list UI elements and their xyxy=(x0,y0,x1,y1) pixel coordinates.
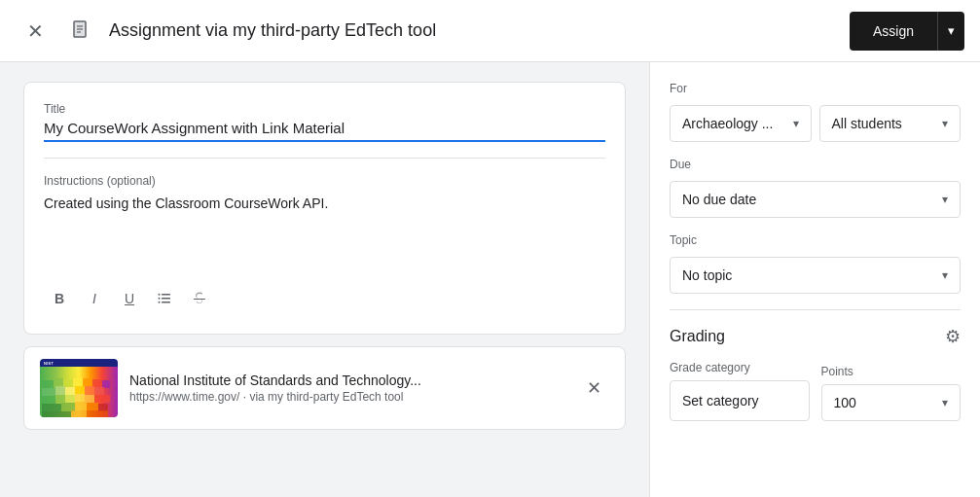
svg-rect-6 xyxy=(162,298,170,300)
close-button[interactable]: ✕ xyxy=(16,12,54,51)
svg-rect-34 xyxy=(75,402,87,410)
title-label: Title xyxy=(44,102,605,116)
svg-rect-19 xyxy=(102,380,110,388)
svg-rect-14 xyxy=(54,378,63,386)
topic-label: Topic xyxy=(670,233,961,247)
course-dropdown[interactable]: Archaeology ... ▾ xyxy=(670,105,812,142)
for-row: Archaeology ... ▾ All students ▾ xyxy=(670,105,961,142)
points-label: Points xyxy=(821,365,962,378)
svg-rect-30 xyxy=(85,395,94,403)
link-url: https://www.time.gov/ · via my third-par… xyxy=(129,390,566,404)
course-value: Archaeology ... xyxy=(682,116,773,131)
assign-dropdown-arrow-icon: ▾ xyxy=(948,23,955,38)
svg-rect-20 xyxy=(42,388,55,396)
svg-point-9 xyxy=(159,298,161,300)
link-info: National Institute of Standards and Tech… xyxy=(129,373,566,404)
svg-rect-23 xyxy=(75,386,85,394)
points-dropdown-arrow-icon: ▾ xyxy=(942,396,948,409)
due-label: Due xyxy=(670,158,961,171)
students-dropdown[interactable]: All students ▾ xyxy=(819,105,962,142)
due-date-dropdown[interactable]: No due date ▾ xyxy=(670,181,961,218)
link-attachment-card: NIST xyxy=(23,346,626,430)
grade-category-col: Grade category Set category xyxy=(670,361,810,421)
topic-value: No topic xyxy=(682,267,732,283)
points-value: 100 xyxy=(834,395,856,410)
for-label: For xyxy=(670,82,961,95)
due-date-dropdown-arrow-icon: ▾ xyxy=(942,193,948,206)
grading-header: Grading ⚙ xyxy=(670,326,961,347)
right-panel: For Archaeology ... ▾ All students ▾ Due… xyxy=(649,62,980,497)
main-content: Title Instructions (optional) Created us… xyxy=(0,62,980,497)
formatting-toolbar: B I U xyxy=(44,283,605,314)
svg-rect-26 xyxy=(42,396,55,404)
svg-rect-36 xyxy=(98,404,108,411)
svg-rect-21 xyxy=(55,386,65,395)
students-value: All students xyxy=(832,116,902,131)
settings-icon[interactable]: ⚙ xyxy=(945,326,961,347)
svg-rect-18 xyxy=(92,379,102,387)
grade-row: Grade category Set category Points 100 ▾ xyxy=(670,361,961,421)
svg-rect-17 xyxy=(83,378,92,386)
svg-rect-27 xyxy=(55,395,65,403)
svg-rect-39 xyxy=(87,410,108,417)
grading-title: Grading xyxy=(670,328,725,345)
svg-rect-38 xyxy=(71,410,87,417)
svg-rect-13 xyxy=(42,380,54,388)
svg-rect-16 xyxy=(73,378,83,386)
svg-rect-24 xyxy=(85,386,94,395)
svg-rect-7 xyxy=(162,302,170,303)
svg-rect-22 xyxy=(65,387,75,395)
grading-divider xyxy=(670,309,961,310)
svg-rect-33 xyxy=(61,403,75,411)
title-input[interactable] xyxy=(44,120,605,142)
grade-category-label: Grade category xyxy=(670,361,810,374)
link-title: National Institute of Standards and Tech… xyxy=(129,373,566,388)
instructions-label: Instructions (optional) xyxy=(44,174,605,188)
svg-rect-28 xyxy=(65,395,75,403)
assign-button[interactable]: Assign xyxy=(850,12,937,51)
link-thumbnail: NIST xyxy=(40,359,118,417)
topic-dropdown[interactable]: No topic ▾ xyxy=(670,257,961,294)
due-date-value: No due date xyxy=(682,192,756,207)
topbar: ✕ Assignment via my third-party EdTech t… xyxy=(0,0,980,62)
italic-button[interactable]: I xyxy=(79,283,110,314)
close-icon: ✕ xyxy=(27,19,44,43)
remove-link-button[interactable]: ✕ xyxy=(578,373,609,404)
svg-rect-31 xyxy=(94,395,110,403)
list-button[interactable] xyxy=(149,283,180,314)
assign-btn-group: Assign ▾ xyxy=(850,12,964,51)
doc-icon xyxy=(66,16,97,47)
set-category-button[interactable]: Set category xyxy=(670,380,810,421)
left-panel: Title Instructions (optional) Created us… xyxy=(0,62,649,497)
svg-rect-32 xyxy=(42,404,61,411)
assign-dropdown-button[interactable]: ▾ xyxy=(937,12,964,51)
svg-rect-37 xyxy=(42,411,71,417)
topic-dropdown-arrow-icon: ▾ xyxy=(942,268,948,282)
svg-rect-25 xyxy=(94,387,104,395)
svg-rect-29 xyxy=(75,394,85,402)
svg-point-8 xyxy=(159,294,161,296)
strikethrough-button[interactable] xyxy=(184,283,215,314)
svg-rect-15 xyxy=(63,379,73,387)
bold-button[interactable]: B xyxy=(44,283,75,314)
title-divider xyxy=(44,158,605,159)
remove-link-icon: ✕ xyxy=(587,377,601,399)
title-instructions-card: Title Instructions (optional) Created us… xyxy=(23,82,626,335)
svg-rect-5 xyxy=(162,294,170,296)
students-dropdown-arrow-icon: ▾ xyxy=(942,117,948,130)
course-dropdown-arrow-icon: ▾ xyxy=(793,117,799,130)
underline-button[interactable]: U xyxy=(114,283,145,314)
points-col: Points 100 ▾ xyxy=(821,365,962,421)
page-title: Assignment via my third-party EdTech too… xyxy=(109,20,838,41)
svg-point-10 xyxy=(159,302,161,303)
svg-rect-35 xyxy=(87,403,98,410)
points-dropdown[interactable]: 100 ▾ xyxy=(821,384,962,421)
instructions-text[interactable]: Created using the Classroom CourseWork A… xyxy=(44,194,605,271)
